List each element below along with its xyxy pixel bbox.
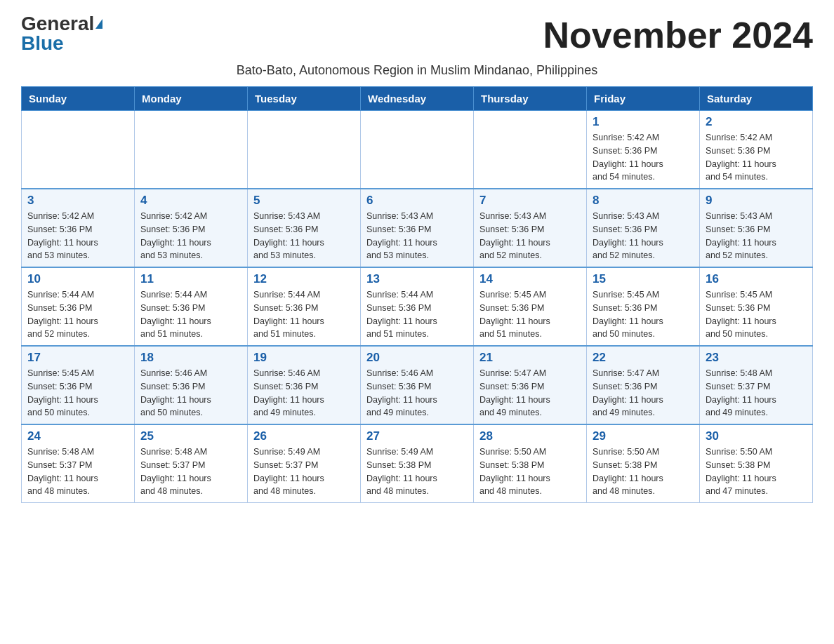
calendar-cell xyxy=(22,111,135,189)
calendar-cell: 2Sunrise: 5:42 AM Sunset: 5:36 PM Daylig… xyxy=(700,111,813,189)
day-number: 7 xyxy=(479,194,581,208)
calendar-cell: 1Sunrise: 5:42 AM Sunset: 5:36 PM Daylig… xyxy=(587,111,700,189)
calendar-cell: 13Sunrise: 5:44 AM Sunset: 5:36 PM Dayli… xyxy=(361,267,474,346)
day-number: 25 xyxy=(140,429,241,443)
day-number: 8 xyxy=(593,194,694,208)
day-info: Sunrise: 5:48 AM Sunset: 5:37 PM Dayligh… xyxy=(27,445,128,498)
day-number: 30 xyxy=(706,429,807,443)
calendar-cell: 25Sunrise: 5:48 AM Sunset: 5:37 PM Dayli… xyxy=(135,424,248,503)
calendar-table: Sunday Monday Tuesday Wednesday Thursday… xyxy=(21,86,813,503)
day-info: Sunrise: 5:47 AM Sunset: 5:36 PM Dayligh… xyxy=(479,367,581,420)
day-number: 27 xyxy=(366,429,468,443)
calendar-cell: 3Sunrise: 5:42 AM Sunset: 5:36 PM Daylig… xyxy=(22,189,135,267)
day-info: Sunrise: 5:43 AM Sunset: 5:36 PM Dayligh… xyxy=(479,210,581,262)
calendar-cell: 19Sunrise: 5:46 AM Sunset: 5:36 PM Dayli… xyxy=(248,346,361,424)
calendar-cell: 12Sunrise: 5:44 AM Sunset: 5:36 PM Dayli… xyxy=(248,267,361,346)
calendar-cell: 15Sunrise: 5:45 AM Sunset: 5:36 PM Dayli… xyxy=(587,267,700,346)
calendar-cell xyxy=(248,111,361,189)
calendar-cell: 6Sunrise: 5:43 AM Sunset: 5:36 PM Daylig… xyxy=(361,189,474,267)
calendar-cell xyxy=(135,111,248,189)
calendar-cell: 23Sunrise: 5:48 AM Sunset: 5:37 PM Dayli… xyxy=(700,346,813,424)
calendar-cell: 24Sunrise: 5:48 AM Sunset: 5:37 PM Dayli… xyxy=(22,424,135,503)
calendar-cell: 8Sunrise: 5:43 AM Sunset: 5:36 PM Daylig… xyxy=(587,189,700,267)
day-number: 20 xyxy=(366,351,468,365)
col-thursday: Thursday xyxy=(474,87,587,111)
col-wednesday: Wednesday xyxy=(361,87,474,111)
day-info: Sunrise: 5:42 AM Sunset: 5:36 PM Dayligh… xyxy=(27,210,128,262)
calendar-cell xyxy=(361,111,474,189)
calendar-cell: 29Sunrise: 5:50 AM Sunset: 5:38 PM Dayli… xyxy=(587,424,700,503)
day-info: Sunrise: 5:50 AM Sunset: 5:38 PM Dayligh… xyxy=(593,445,694,498)
calendar-cell: 16Sunrise: 5:45 AM Sunset: 5:36 PM Dayli… xyxy=(700,267,813,346)
day-number: 28 xyxy=(479,429,581,443)
logo: General Blue xyxy=(21,14,102,53)
calendar-cell: 30Sunrise: 5:50 AM Sunset: 5:38 PM Dayli… xyxy=(700,424,813,503)
subtitle: Bato-Bato, Autonomous Region in Muslim M… xyxy=(21,63,813,78)
day-info: Sunrise: 5:45 AM Sunset: 5:36 PM Dayligh… xyxy=(479,288,581,341)
day-number: 17 xyxy=(27,351,128,365)
day-number: 21 xyxy=(479,351,581,365)
day-info: Sunrise: 5:43 AM Sunset: 5:36 PM Dayligh… xyxy=(706,210,807,262)
day-info: Sunrise: 5:44 AM Sunset: 5:36 PM Dayligh… xyxy=(140,288,241,341)
day-info: Sunrise: 5:45 AM Sunset: 5:36 PM Dayligh… xyxy=(706,288,807,341)
col-friday: Friday xyxy=(587,87,700,111)
calendar-cell: 17Sunrise: 5:45 AM Sunset: 5:36 PM Dayli… xyxy=(22,346,135,424)
calendar-cell: 4Sunrise: 5:42 AM Sunset: 5:36 PM Daylig… xyxy=(135,189,248,267)
col-tuesday: Tuesday xyxy=(248,87,361,111)
calendar-week-row-3: 10Sunrise: 5:44 AM Sunset: 5:36 PM Dayli… xyxy=(22,267,813,346)
day-number: 3 xyxy=(27,194,128,208)
day-info: Sunrise: 5:45 AM Sunset: 5:36 PM Dayligh… xyxy=(27,367,128,420)
day-number: 29 xyxy=(593,429,694,443)
calendar-cell: 5Sunrise: 5:43 AM Sunset: 5:36 PM Daylig… xyxy=(248,189,361,267)
calendar-cell: 11Sunrise: 5:44 AM Sunset: 5:36 PM Dayli… xyxy=(135,267,248,346)
day-number: 12 xyxy=(253,272,355,286)
day-info: Sunrise: 5:44 AM Sunset: 5:36 PM Dayligh… xyxy=(253,288,355,341)
day-info: Sunrise: 5:46 AM Sunset: 5:36 PM Dayligh… xyxy=(366,367,468,420)
day-info: Sunrise: 5:42 AM Sunset: 5:36 PM Dayligh… xyxy=(706,131,807,184)
day-info: Sunrise: 5:48 AM Sunset: 5:37 PM Dayligh… xyxy=(706,367,807,420)
col-sunday: Sunday xyxy=(22,87,135,111)
calendar-cell: 27Sunrise: 5:49 AM Sunset: 5:38 PM Dayli… xyxy=(361,424,474,503)
calendar-cell: 7Sunrise: 5:43 AM Sunset: 5:36 PM Daylig… xyxy=(474,189,587,267)
calendar-cell: 18Sunrise: 5:46 AM Sunset: 5:36 PM Dayli… xyxy=(135,346,248,424)
col-monday: Monday xyxy=(135,87,248,111)
day-number: 18 xyxy=(140,351,241,365)
day-info: Sunrise: 5:49 AM Sunset: 5:38 PM Dayligh… xyxy=(366,445,468,498)
day-info: Sunrise: 5:48 AM Sunset: 5:37 PM Dayligh… xyxy=(140,445,241,498)
logo-blue-text: Blue xyxy=(21,34,64,53)
day-number: 11 xyxy=(140,272,241,286)
day-info: Sunrise: 5:44 AM Sunset: 5:36 PM Dayligh… xyxy=(366,288,468,341)
day-number: 16 xyxy=(706,272,807,286)
day-info: Sunrise: 5:42 AM Sunset: 5:36 PM Dayligh… xyxy=(593,131,694,184)
day-number: 10 xyxy=(27,272,128,286)
day-info: Sunrise: 5:49 AM Sunset: 5:37 PM Dayligh… xyxy=(253,445,355,498)
day-info: Sunrise: 5:50 AM Sunset: 5:38 PM Dayligh… xyxy=(706,445,807,498)
calendar-cell: 10Sunrise: 5:44 AM Sunset: 5:36 PM Dayli… xyxy=(22,267,135,346)
day-number: 23 xyxy=(706,351,807,365)
day-number: 1 xyxy=(593,115,694,129)
calendar-cell: 26Sunrise: 5:49 AM Sunset: 5:37 PM Dayli… xyxy=(248,424,361,503)
calendar-cell: 28Sunrise: 5:50 AM Sunset: 5:38 PM Dayli… xyxy=(474,424,587,503)
calendar-cell: 14Sunrise: 5:45 AM Sunset: 5:36 PM Dayli… xyxy=(474,267,587,346)
page-header: General Blue November 2024 xyxy=(21,14,813,56)
calendar-cell: 20Sunrise: 5:46 AM Sunset: 5:36 PM Dayli… xyxy=(361,346,474,424)
day-info: Sunrise: 5:44 AM Sunset: 5:36 PM Dayligh… xyxy=(27,288,128,341)
day-info: Sunrise: 5:43 AM Sunset: 5:36 PM Dayligh… xyxy=(253,210,355,262)
logo-triangle-icon xyxy=(95,19,102,29)
calendar-week-row-5: 24Sunrise: 5:48 AM Sunset: 5:37 PM Dayli… xyxy=(22,424,813,503)
day-number: 2 xyxy=(706,115,807,129)
day-info: Sunrise: 5:46 AM Sunset: 5:36 PM Dayligh… xyxy=(253,367,355,420)
day-number: 19 xyxy=(253,351,355,365)
calendar-week-row-1: 1Sunrise: 5:42 AM Sunset: 5:36 PM Daylig… xyxy=(22,111,813,189)
day-number: 9 xyxy=(706,194,807,208)
calendar-header-row: Sunday Monday Tuesday Wednesday Thursday… xyxy=(22,87,813,111)
col-saturday: Saturday xyxy=(700,87,813,111)
logo-general-text: General xyxy=(21,14,94,34)
day-number: 26 xyxy=(253,429,355,443)
day-info: Sunrise: 5:46 AM Sunset: 5:36 PM Dayligh… xyxy=(140,367,241,420)
day-info: Sunrise: 5:47 AM Sunset: 5:36 PM Dayligh… xyxy=(593,367,694,420)
day-number: 22 xyxy=(593,351,694,365)
day-number: 24 xyxy=(27,429,128,443)
calendar-cell: 9Sunrise: 5:43 AM Sunset: 5:36 PM Daylig… xyxy=(700,189,813,267)
day-number: 15 xyxy=(593,272,694,286)
